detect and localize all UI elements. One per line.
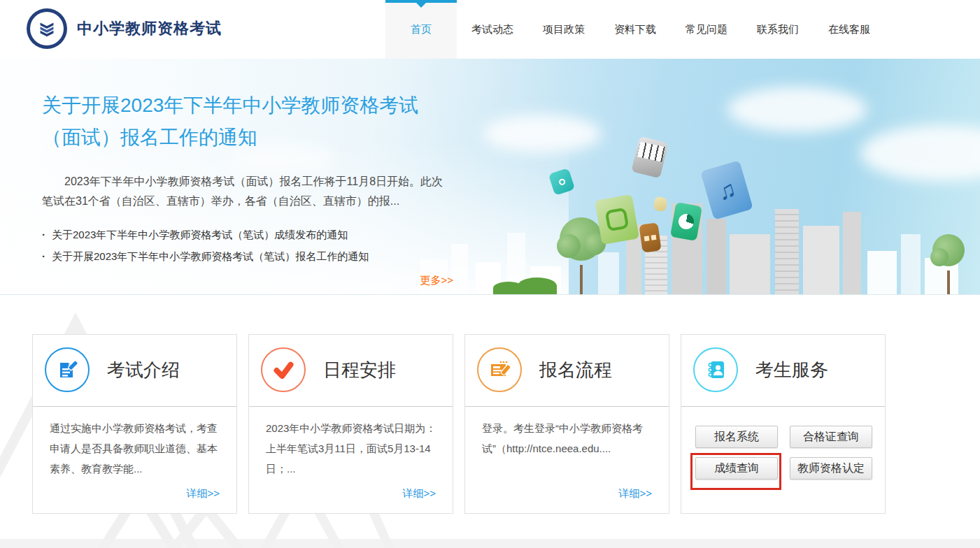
nav-item-online-service[interactable]: 在线客服	[814, 0, 885, 59]
card-body-text: 登录。考生登录“中小学教师资格考试”（http://ntce.neea.edu.…	[465, 407, 669, 459]
banner-notice-title[interactable]: 关于开展2023年下半年中小学教师资格考试（面试）报名工作的通知	[42, 89, 453, 154]
score-query-button[interactable]: 成绩查询	[695, 457, 778, 480]
card-schedule: 日程安排 2023年中小学教师资格考试日期为：上半年笔试3月11日，面试5月13…	[248, 334, 453, 514]
cloud-shape	[860, 125, 980, 181]
cards-row: 考试介绍 通过实施中小学教师资格考试，考查申请人是否具备教师职业道德、基本素养、…	[32, 334, 886, 514]
card-exam-intro: 考试介绍 通过实施中小学教师资格考试，考查申请人是否具备教师职业道德、基本素养、…	[32, 334, 237, 514]
contact-book-icon	[693, 347, 738, 392]
nav-item-downloads[interactable]: 资料下载	[599, 0, 671, 59]
card-body-text: 通过实施中小学教师资格考试，考查申请人是否具备教师职业道德、基本素养、教育教学能…	[33, 407, 236, 479]
nav-item-contact[interactable]: 联系我们	[742, 0, 814, 59]
stamp-cube-icon	[639, 222, 661, 252]
registration-system-button[interactable]: 报名系统	[695, 426, 778, 448]
logo-book-icon	[27, 8, 67, 49]
card-title: 日程安排	[323, 358, 396, 382]
nav-item-faq[interactable]: 常见问题	[671, 0, 742, 59]
news-item[interactable]: 关于2023年下半年中小学教师资格考试（笔试）成绩发布的通知	[42, 224, 453, 245]
site-logo[interactable]: 中小学教师资格考试	[27, 8, 222, 49]
teacher-certification-button[interactable]: 教师资格认定	[790, 457, 872, 480]
banner-notice-summary: 2023年下半年中小学教师资格考试（面试）报名工作将于11月8日开始。此次笔试在…	[42, 172, 453, 211]
card-registration-process: 报名流程 登录。考生登录“中小学教师资格考试”（http://ntce.neea…	[464, 334, 669, 514]
cloud-shape	[727, 87, 867, 132]
certificate-query-button[interactable]: 合格证查询	[790, 426, 872, 448]
detail-link[interactable]: 详细>>	[402, 487, 436, 500]
main-nav: 首页 考试动态 项目政策 资料下载 常见问题 联系我们 在线客服	[385, 0, 885, 59]
site-header: 中小学教师资格考试 首页 考试动态 项目政策 资料下载 常见问题 联系我们 在线…	[0, 0, 980, 59]
divider	[681, 406, 885, 407]
nav-item-exam-news[interactable]: 考试动态	[457, 0, 528, 59]
hero-banner: ♫ 关于开展2023年下半年中小学教师资格考试（面试）报名工作的通知 2023年…	[0, 59, 980, 295]
city-illustration	[420, 189, 980, 294]
footer-strip	[0, 539, 980, 548]
site-title: 中小学教师资格考试	[77, 18, 222, 39]
speech-bubble-cube-icon	[595, 194, 639, 245]
detail-link[interactable]: 详细>>	[618, 487, 652, 500]
form-pencil-icon	[477, 347, 522, 392]
card-body-text: 2023年中小学教师资格考试日期为：上半年笔试3月11日，面试5月13-14日；…	[249, 407, 453, 479]
banner-news-list: 关于2023年下半年中小学教师资格考试（笔试）成绩发布的通知 关于开展2023年…	[42, 224, 453, 267]
checkmark-icon	[261, 347, 306, 392]
piano-cube-icon	[631, 136, 668, 179]
detail-link[interactable]: 详细>>	[186, 487, 220, 500]
service-buttons: 报名系统 合格证查询 成绩查询 教师资格认定	[695, 426, 885, 480]
tree-illustration	[930, 230, 967, 294]
main-section: 考试介绍 通过实施中小学教师资格考试，考查申请人是否具备教师职业道德、基本素养、…	[0, 295, 980, 548]
card-candidate-services: 考生服务 报名系统 合格证查询 成绩查询 教师资格认定	[681, 334, 886, 514]
card-title: 报名流程	[539, 358, 612, 382]
nav-item-home[interactable]: 首页	[385, 0, 457, 59]
banner-content: 关于开展2023年下半年中小学教师资格考试（面试）报名工作的通知 2023年下半…	[42, 89, 453, 287]
nav-item-policies[interactable]: 项目政策	[528, 0, 599, 59]
card-title: 考生服务	[755, 358, 828, 382]
more-link[interactable]: 更多>>	[42, 274, 453, 287]
card-title: 考试介绍	[107, 358, 180, 382]
news-item[interactable]: 关于开展2023年下半年中小学教师资格考试（笔试）报名工作的通知	[42, 245, 453, 267]
document-pencil-icon	[45, 347, 90, 392]
